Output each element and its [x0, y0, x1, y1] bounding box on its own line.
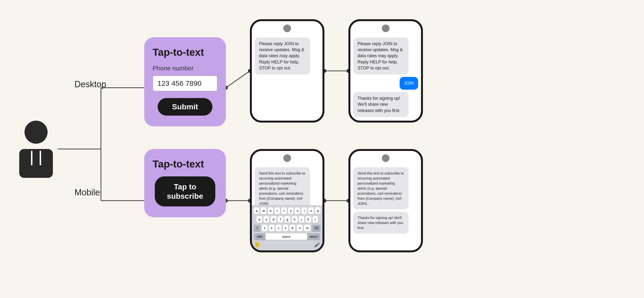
key-j: j: [299, 216, 304, 223]
key-x: x: [269, 225, 274, 232]
key-r: r: [275, 208, 280, 214]
key-t: t: [282, 208, 287, 214]
tap-to-subscribe-button[interactable]: Tap tosubscribe: [155, 176, 215, 206]
key-h: h: [292, 216, 298, 223]
key-i: i: [302, 208, 307, 214]
key-d: d: [270, 216, 276, 223]
mic-icon: 🎤: [314, 242, 320, 248]
keyboard-row-2: a s d f g h j k l: [252, 215, 322, 224]
message-bubble-join: JOIN: [400, 77, 418, 90]
key-l: l: [313, 216, 318, 223]
key-z: z: [262, 225, 268, 232]
keyboard-icons-row: 🙂 🎤: [252, 241, 322, 248]
phone-bot-right-content: Send this text to subscribe to recurring…: [353, 167, 418, 248]
message-bubble-subscribe-2: Send this text to subscribe to recurring…: [353, 167, 408, 209]
key-shift: ⇧: [254, 225, 260, 232]
key-w: w: [260, 208, 266, 214]
keyboard-area: q w e r t y u i o p a s d f g h j k l ⇧ …: [252, 205, 322, 250]
phone-input[interactable]: [152, 76, 218, 91]
key-e: e: [268, 208, 273, 214]
key-p: p: [315, 208, 320, 214]
key-m: m: [304, 225, 311, 232]
key-s: s: [264, 216, 269, 223]
svg-point-16: [24, 121, 48, 144]
phone-camera-4: [382, 154, 390, 162]
svg-rect-17: [19, 149, 53, 178]
key-f: f: [278, 216, 283, 223]
phone-bot-right: Send this text to subscribe to recurring…: [348, 149, 423, 252]
desktop-widget-title: Tap-to-text: [152, 47, 204, 58]
phone-top-left: Please reply JOIN to receive updates. Ms…: [250, 19, 324, 122]
key-o: o: [308, 208, 314, 214]
key-y: y: [288, 208, 294, 214]
phone-top-right-content: Please reply JOIN to receive updates. Ms…: [353, 38, 418, 118]
key-u: u: [295, 208, 300, 214]
message-bubble-thanks-2: Thanks for signing up! We'll share new r…: [353, 212, 408, 234]
key-a: a: [256, 216, 262, 223]
key-k: k: [306, 216, 311, 223]
keyboard-row-1: q w e r t y u i o p: [252, 206, 322, 215]
mobile-tap-widget: Tap-to-text Tap tosubscribe: [144, 149, 226, 217]
phone-bot-left: Send this text to subscribe to recurring…: [250, 149, 324, 252]
phone-number-label: Phone number: [152, 65, 194, 72]
desktop-tap-widget: Tap-to-text Phone number Submit: [144, 37, 226, 126]
key-abc: ABC: [254, 233, 266, 240]
submit-button[interactable]: Submit: [158, 98, 212, 116]
message-bubble-2: Please reply JOIN to receive updates. Ms…: [353, 38, 408, 74]
key-g: g: [284, 216, 290, 223]
svg-line-4: [226, 71, 250, 88]
key-c: c: [276, 225, 282, 232]
key-b: b: [290, 225, 295, 232]
message-bubble-1: Please reply JOIN to receive updates. Ms…: [255, 38, 310, 74]
key-v: v: [283, 225, 288, 232]
desktop-label: Desktop: [74, 79, 106, 90]
mobile-widget-title: Tap-to-text: [152, 158, 204, 170]
message-bubble-subscribe: Send this text to subscribe to recurring…: [255, 167, 310, 209]
emoji-icon: 🙂: [254, 242, 260, 248]
mobile-label: Mobile: [74, 188, 100, 198]
phone-top-left-content: Please reply JOIN to receive updates. Ms…: [255, 38, 320, 118]
keyboard-row-3: ⇧ z x c v b n m ⌫: [252, 224, 322, 232]
phone-camera-3: [283, 154, 291, 162]
key-n: n: [297, 225, 302, 232]
message-bubble-thanks: Thanks for signing up! We'll share new r…: [353, 92, 408, 117]
key-q: q: [254, 208, 259, 214]
keyboard-bottom: ABC space return: [252, 232, 322, 241]
key-space: space: [266, 233, 307, 240]
phone-camera-2: [382, 24, 390, 32]
key-return: return: [307, 233, 320, 240]
phone-top-right: Please reply JOIN to receive updates. Ms…: [348, 19, 423, 122]
person-icon: [10, 115, 62, 183]
phone-camera: [283, 24, 291, 32]
key-backspace: ⌫: [312, 225, 320, 232]
